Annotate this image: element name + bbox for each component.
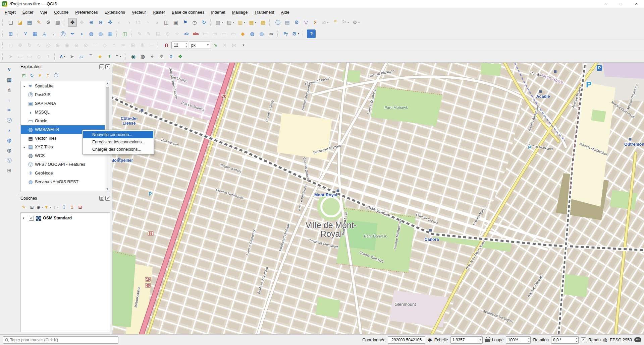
crs-globe-icon[interactable]: ◍ <box>603 337 607 343</box>
mouse-tracking-icon[interactable]: ✱ <box>428 337 432 343</box>
new-annotation-layer-icon[interactable]: ▱▼ <box>77 52 86 61</box>
lock-scale-icon[interactable] <box>485 339 490 342</box>
plugin-manager-icon[interactable]: ❖▼ <box>176 52 185 61</box>
add-wfs-layer-icon[interactable]: ◍▼ <box>96 29 105 38</box>
strip-add-wfs-icon[interactable]: Ⓥ▼ <box>5 156 14 164</box>
toolbar-grip[interactable]: ▼ <box>303 30 305 37</box>
add-mssql-layer-icon[interactable]: ◗▼ <box>77 29 86 38</box>
context-item-nouvelle-connexion[interactable]: Nouvelle connexion... <box>83 131 153 138</box>
rotation-spinbox[interactable]: 0,0 ° <box>551 336 579 344</box>
maximize-button[interactable]: □ <box>613 0 629 8</box>
browser-properties-icon[interactable]: ⓘ▼ <box>52 72 60 79</box>
add-postgis-layer-icon[interactable]: Ⓟ▼ <box>59 29 67 38</box>
save-project-icon[interactable]: ▤▼ <box>25 18 34 27</box>
web-services-icon[interactable]: ◍▼ <box>257 29 266 38</box>
project-properties-icon[interactable]: ⚙▼ <box>44 18 53 27</box>
close-panel-icon[interactable]: ✕ <box>105 64 110 69</box>
menu-editer[interactable]: Éditer <box>19 9 37 16</box>
filter-legend-icon[interactable]: ▼▼ <box>44 203 52 211</box>
menu-base-de-donnees[interactable]: Base de données <box>168 9 208 16</box>
close-panel-icon[interactable]: ✕ <box>105 196 110 201</box>
refresh-map-icon[interactable]: ↻▼ <box>200 18 208 27</box>
strip-add-wms-icon[interactable]: ◍▼ <box>5 136 14 144</box>
map-canvas[interactable]: Rue LebeauRue DeslauriersRue Benjamin-Hu… <box>112 63 644 334</box>
new-geopackage-icon[interactable]: ◫▼ <box>120 29 129 38</box>
manage-visibility-icon[interactable]: ◉▼ <box>36 203 44 211</box>
browser-item-geonode[interactable]: ✳ GeoNode <box>21 169 110 178</box>
bookmarks-icon[interactable]: ⚑▼ <box>181 18 190 27</box>
text-annotation-layer-icon[interactable]: T▼ <box>105 52 114 61</box>
help-icon[interactable]: ?▼ <box>307 29 316 38</box>
float-panel-icon[interactable]: ◱ <box>99 64 104 69</box>
add-mesh-layer-icon[interactable]: ◬▼ <box>40 29 49 38</box>
search-input[interactable] <box>10 338 116 342</box>
toolbar-grip[interactable]: ▼ <box>158 42 160 49</box>
strip-add-vector-icon[interactable]: V▼ <box>5 65 14 74</box>
plugin-settings-icon[interactable]: ⚙▼ <box>291 29 301 38</box>
field-calculator-icon[interactable]: ▩▼ <box>259 18 268 27</box>
new-map-view-icon[interactable]: ◫▼ <box>162 18 171 27</box>
menu-traitement[interactable]: Traitement <box>251 9 277 16</box>
toolbar-grip[interactable]: ▼ <box>2 30 5 37</box>
add-spatialite-layer-icon[interactable]: ✒▼ <box>68 29 77 38</box>
browser-item-spatialite[interactable]: ▸ ✒ SpatiaLite <box>21 82 110 90</box>
render-checkbox[interactable]: ✓ <box>581 337 586 342</box>
close-button[interactable]: ✕ <box>629 0 644 8</box>
layer-diagram-icon[interactable]: abc▼ <box>192 29 200 38</box>
scrollbar-thumb[interactable] <box>106 87 109 134</box>
magnifier-tool-icon[interactable]: Q▼ <box>167 52 175 61</box>
strip-add-mesh-icon[interactable]: ⋔▼ <box>5 85 14 94</box>
highlight-pinned-labels-icon[interactable]: ➤▼ <box>68 52 76 61</box>
identify-features-icon[interactable]: ⓘ▼ <box>274 18 282 27</box>
add-wms-layer-icon[interactable]: ◍▼ <box>87 29 96 38</box>
center-map-icon[interactable]: ⌖▼ <box>148 52 157 61</box>
add-delimited-text-icon[interactable]: ,▼ <box>49 29 58 38</box>
measure-icon[interactable]: ⊿▼ <box>321 18 331 27</box>
menu-aide[interactable]: Aide <box>278 9 293 16</box>
new-spatial-bookmark-icon[interactable]: ⚐▼ <box>340 18 351 27</box>
collapse-all-icon[interactable]: ↥▼ <box>68 203 76 211</box>
map-tips-icon[interactable]: ❞▼ <box>331 18 340 27</box>
statistical-summary-icon[interactable]: ▤▼ <box>283 18 292 27</box>
expand-all-icon[interactable]: ↧▼ <box>60 203 68 211</box>
minimize-button[interactable]: ─ <box>598 0 613 8</box>
options-gear-icon[interactable]: ⚙▼ <box>351 18 361 27</box>
data-source-manager-icon[interactable]: ⊞▼ <box>6 29 15 38</box>
browser-item-postgis[interactable]: Ⓟ PostGIS <box>21 90 110 99</box>
expander-icon[interactable]: ▸ <box>22 84 27 88</box>
strip-add-raster-icon[interactable]: ▦▼ <box>5 75 14 84</box>
context-item-charger-connexions[interactable]: Charger des connexions... <box>83 146 153 153</box>
toolbar-grip[interactable]: ▼ <box>2 53 5 60</box>
line-annotation-icon[interactable]: ⌒▼ <box>87 52 95 61</box>
enable-tracing-icon[interactable]: ∿▼ <box>211 41 220 50</box>
browser-item-oracle[interactable]: ▭ Oracle <box>21 117 110 125</box>
select-by-expression-icon[interactable]: ▽▼ <box>302 18 311 27</box>
processing-toolbox-icon[interactable]: ⚙▼ <box>292 18 301 27</box>
context-item-enregistrer-connexions[interactable]: Enregistrer les connexions... <box>83 138 153 146</box>
zoom-full-icon[interactable]: ✜▼ <box>106 18 114 27</box>
browser-item-sap-hana[interactable]: ▣ SAP HANA <box>21 99 110 108</box>
toolbar-grip[interactable]: ▼ <box>54 53 57 60</box>
north-arrow-decoration-icon[interactable]: ◉▼ <box>129 52 138 61</box>
menu-raster[interactable]: Raster <box>149 9 168 16</box>
menu-projet[interactable]: Projet <box>1 9 19 16</box>
toolbar-grip[interactable]: ▼ <box>125 53 127 60</box>
menu-maillage[interactable]: Maillage <box>229 9 251 16</box>
snapping-unit-combobox[interactable]: px▼ <box>189 42 210 49</box>
toolbar-grip[interactable]: ▼ <box>269 19 272 26</box>
add-vector-layer-icon[interactable]: V▼ <box>21 29 30 38</box>
new-project-icon[interactable]: ▢▼ <box>6 18 15 27</box>
magnifier-spinbox[interactable]: 100% <box>506 336 531 344</box>
deselect-all-icon[interactable]: ▥▼ <box>236 18 247 27</box>
toolbar-grip[interactable]: ▼ <box>17 30 19 37</box>
browser-add-layer-icon[interactable]: ⊡▼ <box>20 72 28 79</box>
nominatim-search-icon[interactable]: ∞▼ <box>267 29 275 38</box>
scroll-up-icon[interactable]: ▲ <box>106 81 109 86</box>
snapping-tolerance-spinbox[interactable]: 12▼ <box>171 42 188 49</box>
strip-add-postgis-icon[interactable]: Ⓟ▼ <box>5 116 14 124</box>
style-manager-icon[interactable]: ✎▼ <box>35 18 43 27</box>
metasearch-icon[interactable]: ◍▼ <box>248 29 257 38</box>
copyright-decoration-icon[interactable]: ©▼ <box>157 52 166 61</box>
menu-couche[interactable]: Couche <box>51 9 72 16</box>
zoom-out-icon[interactable]: ⊖▼ <box>96 18 105 27</box>
